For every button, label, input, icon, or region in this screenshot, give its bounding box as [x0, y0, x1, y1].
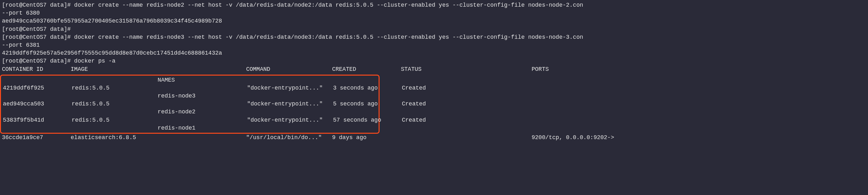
- terminal-line: --port 6380: [2, 9, 866, 17]
- table-header: CONTAINER ID IMAGE COMMAND CREATED STATU…: [2, 66, 866, 73]
- table-row: 5383f9f5b41d redis:5.0.5 "docker-entrypo…: [3, 116, 378, 124]
- table-row: aed949cca503 redis:5.0.5 "docker-entrypo…: [3, 100, 378, 108]
- terminal-line: [root@CentOS7 data]# docker create --nam…: [2, 33, 866, 41]
- terminal-output: 4219ddf6f925e57a5e2956f75555c95dd8d8e87d…: [2, 49, 866, 57]
- terminal-output: aed949cca503760bfe557955a2700405ec315876…: [2, 17, 866, 25]
- table-row-name: redis-node3: [3, 92, 378, 100]
- highlight-annotation: NAMES 4219ddf6f925 redis:5.0.5 "docker-e…: [0, 75, 379, 134]
- terminal-prompt: [root@CentOS7 data]#: [2, 26, 866, 33]
- table-row-name: redis-node2: [3, 108, 378, 116]
- table-row: 4219ddf6f925 redis:5.0.5 "docker-entrypo…: [3, 84, 378, 92]
- table-row: 36ccde1a9ce7 elasticsearch:6.8.5 "/usr/l…: [2, 134, 866, 142]
- table-row-name: redis-node1: [3, 124, 378, 132]
- terminal-line: [root@CentOS7 data]# docker ps -a: [2, 57, 866, 65]
- terminal-line: --port 6381: [2, 41, 866, 49]
- terminal-line: [root@CentOS7 data]# docker create --nam…: [2, 1, 866, 9]
- table-names-header: NAMES: [3, 76, 378, 84]
